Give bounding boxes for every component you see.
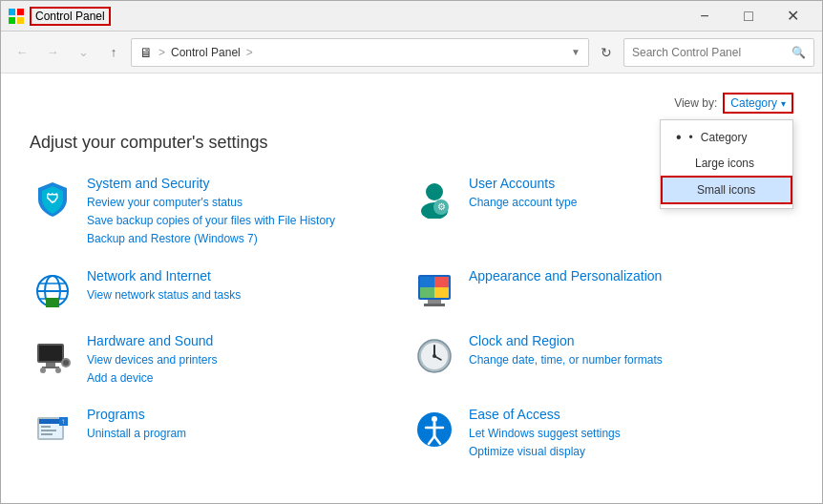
icon-network-internet [30,268,75,314]
svg-text:↑: ↑ [61,417,65,426]
link-windows-suggest[interactable]: Let Windows suggest settings [469,425,621,443]
minimize-button[interactable]: − [683,1,727,32]
search-box[interactable]: 🔍 [623,38,814,67]
category-title-programs[interactable]: Programs [87,407,186,422]
svg-point-35 [433,354,436,358]
svg-rect-19 [420,287,434,298]
window-title: Control Panel [30,7,111,26]
view-by-button[interactable]: Category ▾ [723,93,793,114]
title-bar: Control Panel − □ ✕ [1,1,822,32]
category-content-network-internet: Network and Internet View network status… [87,268,241,304]
icon-user-accounts: ⚙ [412,176,457,221]
window: Control Panel − □ ✕ ← → ⌄ ↑ 🖥 > Control … [0,0,823,504]
svg-rect-38 [39,419,62,424]
svg-rect-18 [434,277,449,287]
svg-rect-17 [420,277,434,287]
address-separator-2: > [246,46,253,59]
maximize-button[interactable]: □ [727,1,770,32]
svg-rect-1 [17,9,24,15]
svg-rect-20 [434,287,449,298]
svg-rect-39 [41,426,51,428]
category-title-appearance[interactable]: Appearance and Personalization [469,268,662,284]
dropdown-item-large-icons[interactable]: Large icons [661,151,792,176]
link-uninstall[interactable]: Uninstall a program [87,425,186,443]
address-icon: 🖥 [139,45,153,60]
category-content-appearance: Appearance and Personalization [469,268,662,286]
category-ease-of-access: Ease of Access Let Windows suggest setti… [412,407,793,461]
svg-point-26 [63,360,69,366]
svg-rect-21 [428,300,441,304]
selected-dot: • [689,131,693,144]
svg-point-5 [426,183,443,200]
svg-text:🛡: 🛡 [46,191,59,206]
svg-rect-41 [41,433,53,435]
address-path: Control Panel [171,46,241,59]
down-button[interactable]: ⌄ [70,39,96,66]
icon-programs: ↑ [30,407,75,452]
icon-hardware-sound [30,333,75,379]
category-content-programs: Programs Uninstall a program [87,407,186,443]
category-title-network-internet[interactable]: Network and Internet [87,268,241,284]
category-content-hardware-sound: Hardware and Sound View devices and prin… [87,333,218,388]
svg-rect-27 [46,363,55,367]
icon-appearance [412,268,457,314]
search-icon: 🔍 [791,46,806,59]
svg-rect-0 [9,9,15,15]
category-clock-region: Clock and Region Change date, time, or n… [412,333,793,388]
category-content-user-accounts: User Accounts Change account type [469,176,577,212]
svg-rect-40 [41,430,56,431]
category-content-ease-of-access: Ease of Access Let Windows suggest setti… [469,407,621,461]
svg-text:⚙: ⚙ [437,201,446,212]
back-button[interactable]: ← [9,39,35,66]
link-backup-restore[interactable]: Backup and Restore (Windows 7) [87,230,335,248]
window-controls: − □ ✕ [683,1,814,32]
dropdown-item-category[interactable]: • Category [661,124,792,151]
svg-rect-3 [17,17,24,24]
svg-point-30 [55,368,61,373]
svg-rect-14 [46,298,59,307]
category-title-user-accounts[interactable]: User Accounts [469,176,577,191]
svg-rect-22 [424,304,445,306]
address-dropdown-arrow[interactable]: ▼ [571,47,580,57]
category-title-system-security[interactable]: System and Security [87,176,335,191]
dropdown-label-small-icons: Small icons [697,183,755,197]
link-add-device[interactable]: Add a device [87,369,218,388]
category-title-hardware-sound[interactable]: Hardware and Sound [87,333,218,348]
category-title-ease-of-access[interactable]: Ease of Access [469,407,621,422]
view-by-label: View by: [674,96,717,110]
categories-grid: 🛡 System and Security Review your comput… [30,176,793,480]
category-title-clock-region[interactable]: Clock and Region [469,333,663,348]
svg-rect-24 [39,346,62,361]
link-review-status[interactable]: Review your computer's status [87,194,335,212]
category-content-system-security: System and Security Review your computer… [87,176,335,249]
icon-system-security: 🛡 [30,176,75,221]
category-system-security: 🛡 System and Security Review your comput… [30,176,412,249]
dropdown-label-large-icons: Large icons [695,157,754,170]
view-by-current: Category [730,96,777,110]
link-view-network[interactable]: View network status and tasks [87,286,241,304]
main-content: View by: Category ▾ • Category Large ico… [1,74,822,503]
view-by-bar: View by: Category ▾ • Category Large ico… [30,93,793,114]
view-by-dropdown: • Category Large icons Small icons [660,119,793,209]
refresh-button[interactable]: ↻ [593,39,620,66]
category-content-clock-region: Clock and Region Change date, time, or n… [469,333,663,369]
app-icon [9,9,24,24]
link-file-history[interactable]: Save backup copies of your files with Fi… [87,212,335,230]
up-button[interactable]: ↑ [100,39,127,66]
address-bar: ← → ⌄ ↑ 🖥 > Control Panel > ▼ ↻ 🔍 [1,32,822,74]
address-box[interactable]: 🖥 > Control Panel > ▼ [131,38,589,67]
icon-clock-region [412,333,457,379]
dropdown-item-small-icons[interactable]: Small icons [661,176,792,204]
link-view-devices[interactable]: View devices and printers [87,351,218,369]
close-button[interactable]: ✕ [770,1,814,32]
search-input[interactable] [632,46,788,59]
link-change-date[interactable]: Change date, time, or number formats [469,351,663,369]
category-hardware-sound: Hardware and Sound View devices and prin… [30,333,412,388]
forward-button[interactable]: → [39,39,66,66]
category-appearance: Appearance and Personalization [412,268,793,314]
link-change-account[interactable]: Change account type [469,194,577,212]
category-programs: ↑ Programs Uninstall a program [30,407,412,461]
svg-point-45 [432,416,437,422]
category-network-internet: Network and Internet View network status… [30,268,412,314]
link-optimize-display[interactable]: Optimize visual display [469,443,621,461]
